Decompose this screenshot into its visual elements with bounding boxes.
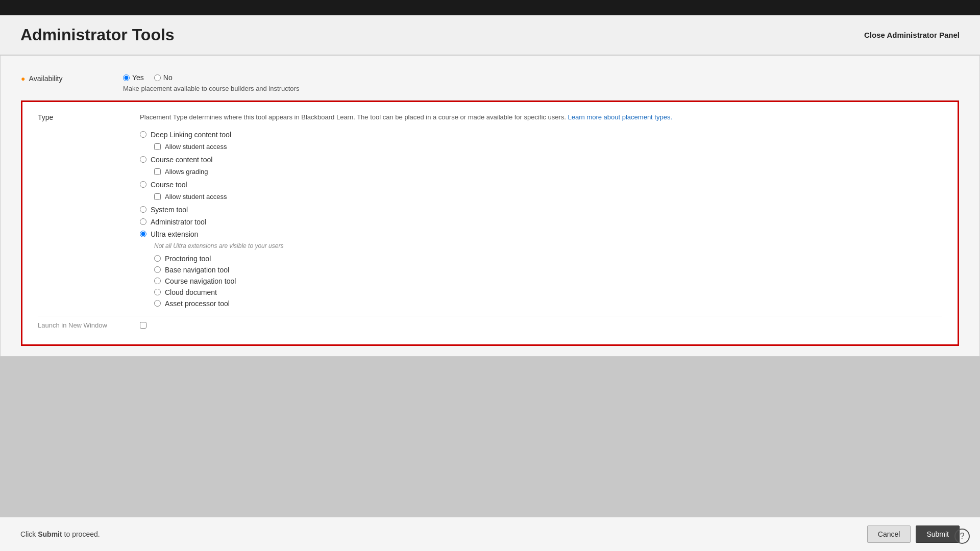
close-panel-link[interactable]: Close Administrator Panel — [864, 31, 960, 39]
cloud-document-option[interactable]: Cloud document — [154, 288, 942, 296]
launch-window-label: Launch in New Window — [38, 321, 140, 329]
required-star: ● — [21, 74, 25, 83]
availability-yes-label[interactable]: Yes — [123, 73, 144, 82]
availability-yes-radio[interactable] — [123, 74, 130, 81]
availability-no-radio[interactable] — [154, 74, 161, 81]
allow-student-access-1-checkbox[interactable] — [154, 143, 161, 150]
proctoring-tool-option[interactable]: Proctoring tool — [154, 255, 942, 263]
course-content-radio[interactable] — [140, 156, 146, 163]
ultra-extension-radio[interactable] — [140, 231, 146, 237]
availability-no-label[interactable]: No — [154, 73, 173, 82]
system-tool-option[interactable]: System tool — [140, 206, 942, 214]
course-navigation-tool-radio[interactable] — [154, 278, 161, 284]
proctoring-tool-radio[interactable] — [154, 255, 161, 262]
placement-description: Placement Type determines where this too… — [140, 112, 942, 122]
type-section: Type Placement Type determines where thi… — [38, 112, 942, 311]
base-navigation-tool-radio[interactable] — [154, 266, 161, 273]
administrator-tool-radio[interactable] — [140, 218, 146, 225]
button-group: Cancel Submit — [867, 525, 960, 543]
availability-label: ● Availability — [21, 73, 123, 83]
allows-grading-checkbox[interactable] — [154, 168, 161, 175]
page-title: Administrator Tools — [20, 26, 175, 44]
allow-student-access-2-label[interactable]: Allow student access — [154, 193, 942, 201]
help-icon[interactable]: ? — [954, 529, 970, 544]
deep-linking-option[interactable]: Deep Linking content tool — [140, 131, 942, 139]
allow-student-access-2-checkbox[interactable] — [154, 193, 161, 200]
course-tool-radio[interactable] — [140, 181, 146, 188]
cloud-document-radio[interactable] — [154, 289, 161, 295]
header: Administrator Tools Close Administrator … — [0, 15, 980, 55]
top-bar — [0, 0, 980, 15]
submit-note: Click Submit to proceed. — [20, 530, 100, 538]
base-navigation-tool-option[interactable]: Base navigation tool — [154, 266, 942, 274]
form-area: ● Availability Yes No Make placement ava… — [0, 55, 980, 357]
submit-button[interactable]: Submit — [916, 525, 960, 543]
availability-row: ● Availability Yes No Make placement ava… — [21, 66, 959, 101]
asset-processor-tool-radio[interactable] — [154, 300, 161, 307]
type-section-box: Type Placement Type determines where thi… — [21, 101, 959, 346]
footer-bar: Click Submit to proceed. Cancel Submit — [0, 517, 980, 551]
course-navigation-tool-option[interactable]: Course navigation tool — [154, 277, 942, 285]
cancel-button[interactable]: Cancel — [867, 525, 911, 543]
availability-content: Yes No Make placement available to cours… — [123, 73, 959, 92]
ultra-extension-note: Not all Ultra extensions are visible to … — [154, 242, 942, 249]
system-tool-radio[interactable] — [140, 206, 146, 213]
course-tool-option[interactable]: Course tool — [140, 181, 942, 189]
ultra-extension-option[interactable]: Ultra extension — [140, 230, 942, 238]
type-content: Placement Type determines where this too… — [140, 112, 942, 311]
course-content-option[interactable]: Course content tool — [140, 156, 942, 164]
launch-window-row: Launch in New Window — [38, 316, 942, 334]
launch-window-checkbox[interactable] — [140, 322, 146, 329]
asset-processor-tool-option[interactable]: Asset processor tool — [154, 299, 942, 308]
learn-more-link[interactable]: Learn more about placement types. — [568, 113, 673, 121]
deep-linking-radio[interactable] — [140, 131, 146, 138]
availability-helper-text: Make placement available to course build… — [123, 85, 959, 92]
allows-grading-label[interactable]: Allows grading — [154, 168, 942, 176]
type-label: Type — [38, 112, 140, 121]
administrator-tool-option[interactable]: Administrator tool — [140, 218, 942, 226]
allow-student-access-1-label[interactable]: Allow student access — [154, 143, 942, 151]
